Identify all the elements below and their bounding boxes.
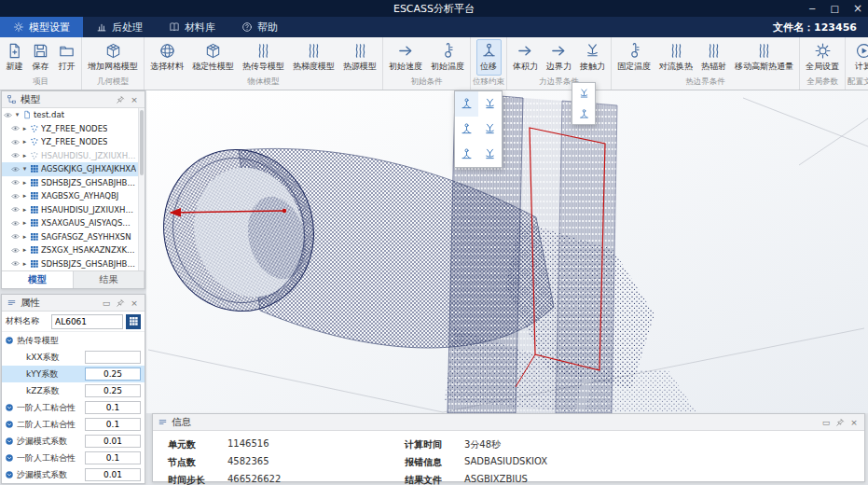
tree-item[interactable]: ▸ SAGFASGZ_ASYHHXSN: [2, 230, 138, 244]
expand-arrow-icon[interactable]: ▸: [21, 138, 28, 146]
visibility-eye-icon[interactable]: [11, 124, 20, 132]
pin-icon[interactable]: [116, 298, 125, 308]
constraint-option-3[interactable]: [455, 117, 478, 142]
kzz-coefficient-input[interactable]: [85, 384, 141, 397]
tree-item[interactable]: ▸ XAGBSXG_AYHAQBJ: [2, 189, 138, 203]
fixed-temperature-button[interactable]: 固定温度: [613, 39, 654, 76]
material-name-input[interactable]: [51, 314, 123, 329]
artificial-viscosity-1-input[interactable]: [85, 401, 141, 414]
expand-arrow-icon[interactable]: ▸: [21, 125, 28, 132]
initial-temperature-button[interactable]: 初始温度: [427, 39, 468, 76]
visibility-eye-icon[interactable]: [11, 246, 20, 255]
minimize-button[interactable]: −: [808, 4, 816, 14]
hourglass-mode-coefficient-input[interactable]: [85, 435, 141, 448]
close-icon[interactable]: ×: [848, 414, 860, 431]
visibility-eye-icon[interactable]: [11, 178, 20, 187]
displacement-button[interactable]: 位移: [476, 39, 502, 76]
expand-arrow-icon[interactable]: ▸: [21, 246, 28, 254]
boundary-force-button[interactable]: 边界力: [543, 39, 575, 76]
tree-item[interactable]: ▸ SDHSBJZS_GHSABJHB_ZAHJ: [2, 257, 138, 271]
stability-model-button[interactable]: 稳定性模型: [188, 39, 238, 76]
expand-arrow-icon[interactable]: ▸: [21, 152, 28, 159]
visibility-eye-icon[interactable]: [11, 138, 20, 146]
scrollbar-thumb[interactable]: [140, 110, 144, 175]
close-icon[interactable]: ×: [129, 91, 140, 108]
material-picker-button[interactable]: [126, 314, 141, 329]
expand-arrow-icon[interactable]: ▸: [21, 233, 28, 241]
artificial-viscosity-2-input[interactable]: [85, 418, 141, 431]
panel-title: 信息: [172, 416, 191, 429]
visibility-eye-icon[interactable]: [11, 259, 20, 268]
visibility-eye-icon[interactable]: [11, 205, 20, 214]
maximize-button[interactable]: □: [830, 4, 838, 14]
tab-results[interactable]: 结果: [74, 271, 145, 288]
expand-arrow-icon[interactable]: ▸: [21, 179, 28, 187]
convection-button[interactable]: 对流换热: [655, 39, 696, 76]
radiation-button[interactable]: 热辐射: [697, 39, 730, 76]
close-icon[interactable]: ×: [129, 295, 140, 312]
ribbon-group-config: 计算 配置文件: [846, 37, 868, 90]
property-section-row[interactable]: 热传导模型: [2, 332, 145, 349]
pin-icon[interactable]: [835, 418, 845, 427]
tab-model-setup[interactable]: 模型设置: [0, 17, 83, 37]
visibility-eye-icon[interactable]: [11, 232, 20, 241]
close-button[interactable]: ×: [853, 2, 862, 15]
global-settings-button[interactable]: 全局设置: [802, 39, 843, 76]
tree-item-selected[interactable]: ▾ AGSGKJKG_GJHXAJKHXA: [2, 162, 138, 176]
visibility-eye-icon[interactable]: [4, 111, 12, 119]
constraint-option-5[interactable]: [455, 142, 478, 167]
contact-force-button[interactable]: 接触力: [576, 39, 609, 76]
open-button[interactable]: 打开: [54, 39, 79, 76]
tab-post-processing[interactable]: 后处理: [83, 17, 156, 37]
artificial-viscosity-1-input[interactable]: [85, 451, 141, 464]
tree-item[interactable]: ▸ SDHSBJZS_GHSABJHB_ZAHJ: [2, 176, 138, 190]
visibility-eye-icon[interactable]: [11, 165, 20, 173]
constraint-option-2[interactable]: [478, 91, 502, 117]
add-mesh-model-button[interactable]: 增加网格模型: [84, 39, 142, 76]
visibility-eye-icon[interactable]: [11, 219, 20, 228]
tree-item[interactable]: ▸ YZ_FREE_NODES: [2, 122, 138, 136]
expand-arrow-icon[interactable]: ▸: [21, 192, 28, 200]
contact-option-2[interactable]: [572, 104, 595, 124]
save-button[interactable]: 保存: [28, 39, 53, 76]
tree-item-root[interactable]: ▾ test.dat: [2, 108, 138, 122]
heat-conduction-model-button[interactable]: 热传导模型: [239, 39, 288, 76]
tab-material-library[interactable]: 材料库: [156, 17, 228, 37]
restore-icon[interactable]: ▭: [101, 295, 112, 312]
expand-arrow-icon[interactable]: ▾: [14, 111, 21, 118]
calculate-button[interactable]: 计算: [851, 39, 868, 76]
tab-help[interactable]: 帮助: [228, 17, 291, 37]
tree-item[interactable]: ▸ HSAUHDISU._JZXIUXHAHX: [2, 149, 138, 163]
expand-arrow-icon[interactable]: ▾: [21, 165, 28, 173]
tree-item[interactable]: ▸ ZSXGX_HSAKAZNZXK_AHASX: [2, 243, 138, 257]
tree-item[interactable]: ▸ YZ_FREE_NODES: [2, 135, 138, 149]
expand-arrow-icon[interactable]: ▸: [21, 219, 28, 227]
expand-arrow-icon[interactable]: ▸: [21, 260, 28, 268]
kxx-coefficient-input[interactable]: [85, 351, 141, 364]
moving-gauss-flux-button[interactable]: 移动高斯热通量: [731, 39, 797, 76]
select-material-button[interactable]: 选择材料: [146, 39, 187, 76]
restore-icon[interactable]: ▭: [820, 414, 832, 431]
body-force-button[interactable]: 体积力: [509, 39, 542, 76]
expand-arrow-icon[interactable]: ▸: [21, 206, 28, 214]
hourglass-mode-coefficient-input[interactable]: [85, 468, 141, 481]
contact-force-icon: [584, 42, 601, 60]
visibility-eye-icon[interactable]: [11, 151, 20, 159]
tree-scrollbar[interactable]: [138, 108, 145, 270]
tree-item[interactable]: ▸ HSAUHDISU_JZXIUXHAHX: [2, 203, 138, 217]
kyy-coefficient-input[interactable]: [85, 367, 141, 381]
constraint-option-6[interactable]: [478, 142, 502, 167]
pin-icon[interactable]: [116, 95, 125, 104]
viewport-3d-canvas[interactable]: [146, 90, 868, 413]
constraint-option-4[interactable]: [478, 117, 502, 142]
tree-item[interactable]: ▸ XSAXGAUS_AISYAQSH_ASHX: [2, 216, 138, 230]
constraint-option-1[interactable]: [455, 91, 478, 117]
new-button[interactable]: 新建: [2, 39, 27, 76]
heat-gradient-model-button[interactable]: 热梯度模型: [289, 39, 338, 76]
list-icon: [158, 417, 168, 427]
visibility-eye-icon[interactable]: [11, 192, 20, 201]
contact-option-1[interactable]: [572, 83, 595, 104]
heat-source-model-button[interactable]: 热源模型: [339, 39, 380, 76]
tab-model[interactable]: 模型: [2, 271, 74, 288]
initial-velocity-button[interactable]: 初始速度: [385, 39, 426, 76]
